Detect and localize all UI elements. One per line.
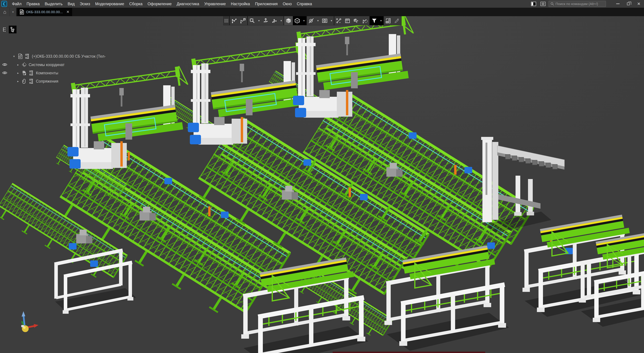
coordinate-system-icon	[22, 62, 27, 68]
menu-view[interactable]: Вид	[65, 0, 77, 8]
menu-select[interactable]: Выделить	[42, 0, 65, 8]
zoom-dropdown[interactable]: ▾	[256, 16, 261, 25]
collapse-arrow-icon[interactable]: ▸	[16, 80, 20, 83]
menu-assembly[interactable]: Сборка	[127, 0, 145, 8]
view-toolbar: ▾ ▾ ▾ ▾ ▾	[224, 16, 402, 25]
menu-bar: Файл Правка Выделить Вид Эскиз Моделиров…	[0, 0, 644, 8]
hide-dropdown[interactable]: ▾	[316, 16, 320, 25]
tree-root-label: (+)ОКБ-333.00.00.00.00 СБ Участок (Тел-	[32, 54, 106, 59]
show-dropdown[interactable]: ▾	[329, 16, 334, 25]
restore-icon	[627, 2, 630, 5]
sketch-polyline-button[interactable]	[230, 16, 238, 25]
options-gear-icon[interactable]	[539, 1, 547, 7]
menu-window[interactable]: Окно	[280, 0, 294, 8]
document-tab[interactable]: ОКБ-333.00.00.00.00... ✕	[17, 8, 72, 16]
tree-structure-mode-button[interactable]	[9, 26, 16, 34]
close-icon: ✕	[637, 2, 640, 6]
show-in-window-button[interactable]	[320, 16, 329, 25]
paperclip-icon	[22, 78, 27, 84]
command-search	[548, 1, 606, 7]
menu-drawing[interactable]: Оформление	[145, 0, 174, 8]
minimize-icon	[616, 4, 620, 4]
tree-item-label: Сопряжения	[36, 79, 58, 84]
tree-toolbar	[1, 26, 16, 34]
home-button[interactable]: ⌂	[0, 8, 10, 16]
window-close-button[interactable]: ✕	[634, 0, 644, 8]
menu-management[interactable]: Управление	[202, 0, 228, 8]
selection-filter-button[interactable]	[370, 16, 379, 25]
orientation-triad	[21, 311, 38, 332]
titlebar-right: ✕	[530, 0, 644, 8]
collapse-arrow-icon[interactable]: ▸	[16, 71, 20, 75]
menu-settings[interactable]: Настройка	[228, 0, 252, 8]
grid-snap-button[interactable]	[224, 16, 229, 25]
tree-root-node[interactable]: ▾ (+)ОКБ-333.00.00.00.00 СБ Участок (Тел…	[12, 52, 106, 60]
check-sketch-button[interactable]	[360, 16, 369, 25]
visibility-eye-icon[interactable]	[2, 70, 8, 75]
viewport-3d[interactable]: ▾ ▾ ▾ ▾ ▾	[0, 16, 644, 353]
tab-label: ОКБ-333.00.00.00.00...	[26, 10, 64, 14]
zoom-region-button[interactable]	[248, 16, 256, 25]
tree-item-coordinate-systems[interactable]: ▸ Системы координат	[16, 61, 64, 68]
move-triad-button[interactable]	[270, 16, 279, 25]
hide-element-button[interactable]	[307, 16, 316, 25]
parameters-table-button[interactable]	[343, 16, 352, 25]
measure-button[interactable]	[334, 16, 343, 25]
assembly-document-icon	[19, 9, 24, 15]
clipped-model-strip	[332, 352, 485, 353]
tree-item-mates[interactable]: ▸ Сопряжения	[16, 78, 58, 85]
menu-sketch[interactable]: Эскиз	[77, 0, 93, 8]
tree-item-components[interactable]: ▸ Компоненты	[16, 69, 58, 77]
expand-arrow-icon[interactable]: ▾	[12, 54, 16, 58]
menu-file[interactable]: Файл	[10, 0, 24, 8]
visibility-eye-icon[interactable]	[2, 62, 8, 67]
bottom-machine-line-2	[384, 244, 509, 351]
tree-item-label: Компоненты	[36, 71, 58, 75]
tab-close-icon[interactable]: ✕	[66, 10, 70, 14]
window-minimize-button[interactable]	[613, 0, 623, 8]
sketch-on-plane-button[interactable]	[238, 16, 247, 25]
chevron-down-icon: ▾	[12, 10, 14, 14]
components-stack-icon	[22, 70, 27, 76]
move-dropdown[interactable]: ▾	[279, 16, 284, 25]
menu-modeling[interactable]: Моделирование	[92, 0, 126, 8]
robot-column	[481, 137, 564, 233]
home-dropdown-button[interactable]: ▾	[10, 8, 16, 16]
assembly-part-icon	[29, 78, 34, 84]
assembly-part-icon	[29, 70, 34, 76]
menu-diagnostics[interactable]: Диагностика	[174, 0, 202, 8]
display-mode-dropdown[interactable]: ▾	[302, 16, 306, 25]
assembly-part-icon	[24, 54, 30, 59]
document-tab-bar: ⌂ ▾ ОКБ-333.00.00.00.00... ✕	[0, 8, 644, 16]
filter-dropdown[interactable]: ▾	[379, 16, 383, 25]
wireframe-view-button[interactable]	[293, 16, 302, 25]
eyedropper-button[interactable]	[393, 16, 402, 25]
tree-list-mode-button[interactable]	[1, 26, 9, 34]
tree-item-label: Системы координат	[29, 62, 64, 67]
assembly-document-icon	[17, 54, 23, 59]
window-restore-button[interactable]	[623, 0, 634, 8]
search-icon	[550, 2, 554, 6]
extrude-button[interactable]	[261, 16, 270, 25]
menu-help[interactable]: Справка	[294, 0, 314, 8]
explode-assembly-button[interactable]	[352, 16, 360, 25]
shaded-view-button[interactable]	[284, 16, 293, 25]
menu-edit[interactable]: Правка	[24, 0, 42, 8]
tflex-cad-window: { "menubar": { "items": ["Файл","Правка"…	[0, 0, 644, 353]
welcome-page-icon[interactable]	[530, 1, 538, 7]
home-icon: ⌂	[3, 9, 6, 15]
collapse-arrow-icon[interactable]: ▸	[16, 63, 20, 66]
menu-applications[interactable]: Приложения	[252, 0, 280, 8]
assembly-structure-button[interactable]	[384, 16, 393, 25]
app-logo-icon	[1, 1, 7, 7]
search-input[interactable]	[556, 2, 604, 6]
